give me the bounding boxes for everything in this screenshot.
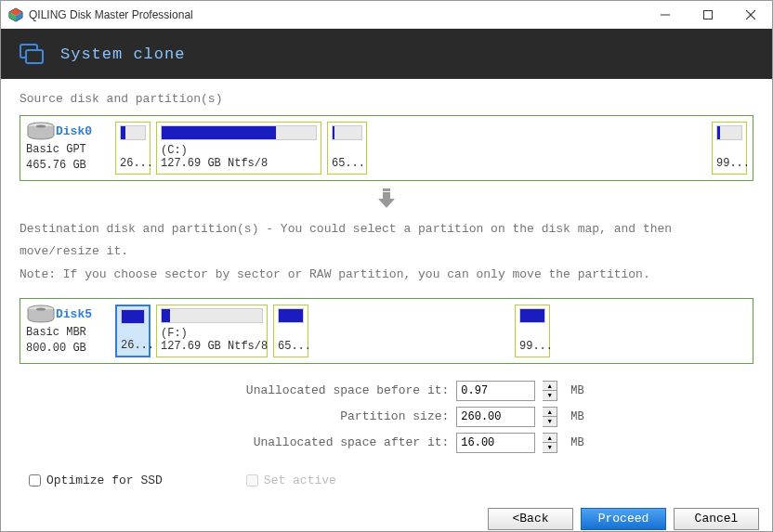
svg-rect-5 [704, 10, 713, 19]
close-button[interactable] [729, 1, 772, 29]
size-stepper[interactable]: ▲▼ [543, 407, 557, 427]
arrow-down-icon [376, 187, 397, 209]
after-label: Unallocated space after it: [189, 435, 449, 449]
window-title: QILING Disk Master Professional [29, 8, 644, 21]
optimize-ssd-check[interactable]: Optimize for SSD [29, 474, 163, 487]
page-header: System clone [1, 29, 772, 79]
svg-point-11 [36, 125, 46, 128]
app-window: QILING Disk Master Professional System c… [0, 0, 773, 532]
unit-label: MB [570, 436, 583, 449]
system-clone-icon [20, 42, 44, 66]
dest-label-2: Note: If you choose sector by sector or … [20, 264, 753, 287]
optimize-ssd-checkbox[interactable] [29, 474, 41, 487]
source-disk-type: Basic GPT [26, 142, 110, 158]
cancel-button[interactable]: Cancel [674, 508, 759, 530]
source-disk-box: Disk0 Basic GPT 465.76 GB 26... (C:) 127… [20, 115, 753, 181]
dest-disk-name: Disk5 [56, 306, 92, 323]
dest-partition-1[interactable]: (F:) 127.69 GB Ntfs/8 [156, 305, 268, 357]
svg-rect-12 [383, 188, 390, 191]
minimize-button[interactable] [644, 1, 687, 29]
step-down-icon[interactable]: ▼ [543, 443, 557, 452]
svg-marker-14 [378, 199, 395, 208]
disk-icon [26, 305, 56, 325]
source-partition-2[interactable]: 65... [327, 122, 367, 175]
footer: <Back Proceed Cancel [1, 497, 772, 532]
size-input[interactable] [456, 407, 535, 427]
maximize-button[interactable] [687, 1, 729, 29]
dest-disk-size: 800.00 GB [26, 341, 110, 357]
disk-icon [26, 122, 56, 142]
svg-rect-9 [26, 50, 43, 63]
source-label: Source disk and partition(s) [20, 92, 753, 106]
page-heading: System clone [60, 45, 185, 63]
titlebar: QILING Disk Master Professional [1, 1, 772, 29]
dest-partition-2[interactable]: 65... [273, 305, 308, 357]
dest-disk-box: Disk5 Basic MBR 800.00 GB 26... (F:) 127… [20, 298, 753, 364]
source-partition-0[interactable]: 26... [115, 122, 151, 175]
dest-partition-0[interactable]: 26... [115, 305, 151, 357]
source-disk-info: Disk0 Basic GPT 465.76 GB [26, 122, 110, 175]
source-partition-3[interactable]: 99... [712, 122, 747, 175]
destination-notes: Destination disk and partition(s) - You … [20, 218, 753, 287]
unit-label: MB [570, 410, 583, 423]
source-disk-size: 465.76 GB [26, 158, 110, 174]
svg-point-16 [36, 307, 46, 310]
source-partition-1[interactable]: (C:) 127.69 GB Ntfs/8 [156, 122, 321, 175]
after-input[interactable] [456, 433, 535, 453]
proceed-button[interactable]: Proceed [581, 508, 666, 530]
dest-label-1: Destination disk and partition(s) - You … [20, 218, 753, 264]
content-area: Source disk and partition(s) Disk0 Basic… [1, 79, 772, 497]
back-button[interactable]: <Back [488, 508, 573, 530]
source-disk-name: Disk0 [56, 123, 92, 140]
checkbox-row: Optimize for SSD Set active [20, 474, 753, 487]
step-up-icon[interactable]: ▲ [543, 382, 557, 392]
step-down-icon[interactable]: ▼ [543, 391, 557, 400]
before-input[interactable] [456, 381, 535, 401]
step-up-icon[interactable]: ▲ [543, 434, 557, 444]
before-label: Unallocated space before it: [189, 383, 449, 397]
dest-partition-3[interactable]: 99... [515, 305, 550, 357]
dest-disk-type: Basic MBR [26, 325, 110, 341]
set-active-checkbox [246, 474, 258, 487]
resize-form: Unallocated space before it: ▲▼ MB Parti… [20, 381, 753, 453]
dest-disk-info: Disk5 Basic MBR 800.00 GB [26, 305, 110, 357]
unit-label: MB [570, 384, 583, 397]
step-down-icon[interactable]: ▼ [543, 417, 557, 426]
after-stepper[interactable]: ▲▼ [543, 433, 557, 453]
before-stepper[interactable]: ▲▼ [543, 381, 557, 401]
svg-rect-13 [383, 192, 390, 199]
size-label: Partition size: [189, 409, 449, 423]
step-up-icon[interactable]: ▲ [543, 408, 557, 418]
set-active-check: Set active [246, 474, 336, 487]
app-logo-icon [8, 7, 23, 22]
